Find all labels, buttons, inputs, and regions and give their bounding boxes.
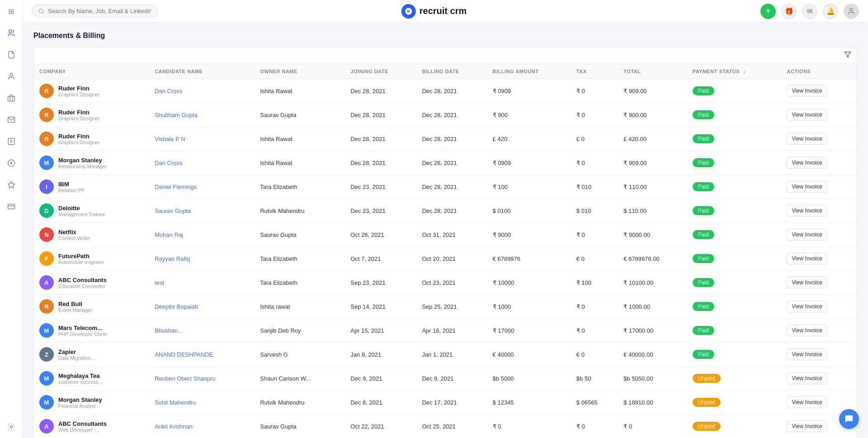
billing-date-cell-11: Jan 1, 2021 <box>416 343 487 367</box>
dashboard-icon[interactable]: ⊞ <box>5 5 18 18</box>
company-cell-2: R Ruder Finn Graphics Designer <box>34 127 149 151</box>
table-row: R Ruder Finn Graphics Designer Vishala P… <box>34 127 857 151</box>
filter-button[interactable] <box>844 51 851 60</box>
company-cell-6: N Netflix Content Writer <box>34 223 149 247</box>
candidate-link-11[interactable]: ANAND DESHPANDE <box>155 351 213 358</box>
tax-cell-12: $b 50 <box>571 367 618 391</box>
tax-cell-6: ₹ 0 <box>571 223 618 247</box>
settings-icon[interactable] <box>5 420 18 433</box>
page-content: Placements & Billing COMPANY CANDIDATE N… <box>23 23 868 438</box>
view-invoice-button-10[interactable]: View Invoice <box>787 325 827 336</box>
company-role-10: PHP Developer Clone <box>58 331 107 337</box>
dollar-icon[interactable] <box>5 156 18 170</box>
view-invoice-button-11[interactable]: View Invoice <box>787 349 827 360</box>
billing-amount-cell-3: ₹ 0909 <box>487 151 571 175</box>
view-invoice-button-14[interactable]: View Invoice <box>787 420 827 432</box>
view-invoice-button-12[interactable]: View Invoice <box>787 372 827 384</box>
svg-rect-2 <box>8 96 14 101</box>
view-invoice-button-8[interactable]: View Invoice <box>787 277 827 288</box>
company-name-11: Zapier <box>58 349 95 355</box>
total-cell-7: € 6789976.00 <box>618 247 687 271</box>
company-name-7: FuturePath <box>58 253 104 259</box>
candidate-link-7[interactable]: Rayyan Rafiq <box>155 255 190 262</box>
view-invoice-button-13[interactable]: View Invoice <box>787 396 827 408</box>
table-row: D Deloitte Management Trainee Saurav Gup… <box>34 199 857 223</box>
candidate-link-6[interactable]: Mohan Raj <box>155 231 183 238</box>
company-cell-4: I IBM Relation PP <box>34 175 149 199</box>
main-content: recruit crm + 🎁 ✉ 🔔 Placements & Billing <box>23 0 868 438</box>
candidate-link-12[interactable]: Reuben Obert Shanpru <box>155 375 215 382</box>
joining-date-cell-5: Dec 23, 2021 <box>345 199 416 223</box>
view-invoice-button-4[interactable]: View Invoice <box>787 181 827 193</box>
status-cell-6: Paid <box>687 223 782 247</box>
candidate-link-9[interactable]: Deepthi Bopaiah <box>155 303 198 310</box>
owner-cell-3: Ishita Rawat <box>255 151 345 175</box>
status-badge-2: Paid <box>693 134 714 143</box>
app-title: recruit crm <box>420 6 467 16</box>
billing-amount-cell-12: $b 5000 <box>487 367 571 391</box>
status-badge-13: Unpaid <box>693 398 721 407</box>
candidate-link-5[interactable]: Saurav Gupta <box>155 207 191 214</box>
joining-date-cell-13: Dec 8, 2021 <box>345 391 416 414</box>
table-wrapper: COMPANY CANDIDATE NAME OWNER NAME JOININ… <box>33 47 857 438</box>
col-payment-status[interactable]: PAYMENT STATUS ↓ <box>687 64 782 79</box>
chart-icon[interactable] <box>5 178 18 192</box>
add-button[interactable]: + <box>760 4 776 19</box>
candidate-link-14[interactable]: Ankit Krishnan <box>155 423 193 430</box>
candidate-link-10[interactable]: Bhushan... <box>155 327 183 334</box>
company-cell-14: A ABC Consultants Web Developer -... <box>34 414 149 438</box>
company-avatar-3: M <box>39 155 54 170</box>
gift-button[interactable]: 🎁 <box>781 4 797 19</box>
briefcase-icon[interactable] <box>5 91 18 105</box>
col-billing-date: BILLING DATE <box>416 64 487 79</box>
person-icon[interactable] <box>5 70 18 83</box>
view-invoice-button-0[interactable]: View Invoice <box>787 85 827 97</box>
view-invoice-button-6[interactable]: View Invoice <box>787 229 827 240</box>
view-invoice-button-2[interactable]: View Invoice <box>787 133 827 145</box>
table-row: I IBM Relation PP Daniel Flemings Tara E… <box>34 175 857 199</box>
billing-date-cell-13: Dec 17, 2021 <box>416 391 487 414</box>
status-badge-6: Paid <box>693 230 714 239</box>
view-invoice-button-1[interactable]: View Invoice <box>787 109 827 121</box>
view-invoice-button-7[interactable]: View Invoice <box>787 253 827 264</box>
company-avatar-1: R <box>39 108 54 122</box>
billing-date-cell-2: Dec 28, 2021 <box>416 127 487 151</box>
actions-cell-4: View Invoice <box>781 175 857 199</box>
company-role-13: Financial Analyst <box>58 403 102 409</box>
notification-button[interactable]: 🔔 <box>823 4 838 19</box>
actions-cell-10: View Invoice <box>781 319 857 343</box>
candidate-link-1[interactable]: Shubham Gupta <box>155 112 198 118</box>
table-row: A ABC Consultants Education Counsellor t… <box>34 271 857 295</box>
mail-icon[interactable] <box>5 113 18 127</box>
candidate-link-4[interactable]: Daniel Flemings <box>155 184 197 190</box>
chat-button[interactable] <box>839 409 859 429</box>
status-badge-9: Paid <box>693 302 714 311</box>
svg-point-12 <box>10 426 12 428</box>
candidate-link-8[interactable]: test <box>155 279 164 286</box>
view-invoice-button-9[interactable]: View Invoice <box>787 301 827 312</box>
view-invoice-button-3[interactable]: View Invoice <box>787 157 827 169</box>
company-avatar-8: A <box>39 275 54 290</box>
email-button[interactable]: ✉ <box>802 4 817 19</box>
candidate-link-2[interactable]: Vishala P N <box>155 136 185 142</box>
company-name-9: Red Bull <box>58 301 92 307</box>
view-invoice-button-5[interactable]: View Invoice <box>787 205 827 217</box>
tax-cell-4: ₹ 010 <box>571 175 618 199</box>
avatar[interactable] <box>844 4 859 19</box>
candidate-link-13[interactable]: Sohil Mahendru <box>155 399 196 406</box>
search-container[interactable] <box>32 5 158 18</box>
tax-cell-13: $ 06565 <box>571 391 618 414</box>
document-icon[interactable] <box>5 48 18 61</box>
candidate-link-3[interactable]: Dan Cross <box>155 160 182 166</box>
users-icon[interactable] <box>5 26 18 40</box>
candidate-link-0[interactable]: Dan Cross <box>155 88 182 94</box>
status-badge-5: Paid <box>693 206 714 215</box>
company-avatar-12: M <box>39 371 54 386</box>
search-input[interactable] <box>48 8 151 14</box>
card-icon[interactable] <box>5 200 18 213</box>
billing-amount-cell-7: € 6789976 <box>487 247 571 271</box>
billing-amount-cell-8: ₹ 10000 <box>487 271 571 295</box>
table-row: R Ruder Finn Graphics Designer Dan Cross… <box>34 79 857 103</box>
status-cell-1: Paid <box>687 103 782 127</box>
notes-icon[interactable] <box>5 135 18 148</box>
